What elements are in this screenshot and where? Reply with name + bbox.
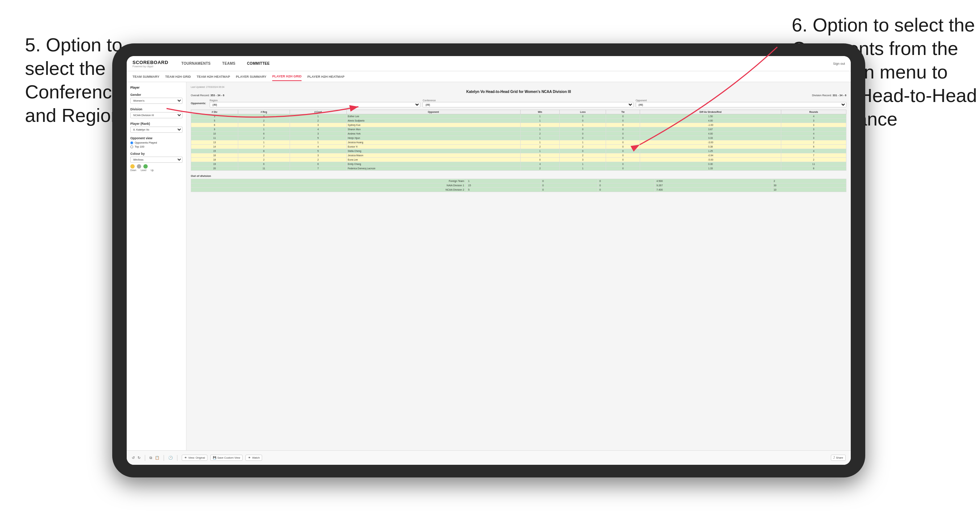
region-select[interactable]: (All) [210, 102, 420, 108]
clock-icon[interactable]: 🕐 [168, 456, 173, 460]
division-record-label: Division Record: [812, 94, 832, 97]
conference-filter-label: Conference [423, 99, 633, 102]
table-row: 1822Euna Lee030-5.002 [191, 158, 846, 162]
division-select[interactable]: NCAA Division III [130, 112, 183, 118]
gender-label: Gender [130, 93, 183, 97]
watch-icon: 👁 [248, 456, 251, 459]
opponent-view-section: Opponent view Opponents Played Top 100 [130, 137, 183, 148]
radio-top-100[interactable]: Top 100 [130, 145, 183, 148]
table-row: 1474Eunice Yi2200.389 [191, 145, 846, 149]
filter-region: Region (All) [210, 99, 420, 108]
out-division-label: Out of division [191, 175, 846, 178]
up-label: Up [151, 169, 153, 171]
out-division-table: Foreign Team1004.5002NAIA Division 11500… [191, 179, 846, 192]
nav-committee[interactable]: COMMITTEE [245, 60, 272, 67]
copy-icon[interactable]: ⧉ [150, 456, 152, 460]
out-div-row: Foreign Team1004.5002 [191, 179, 846, 183]
table-row: 1125Heejo Hyun1003.333 [191, 136, 846, 140]
table-row: 1623Jessica Mason120-0.947 [191, 153, 846, 158]
dot-up [143, 164, 148, 168]
undo-icon[interactable]: ↺ [132, 456, 135, 460]
player-rank-label: Player (Rank) [130, 122, 183, 125]
division-label: Division [130, 108, 183, 111]
th-div: # Div [191, 110, 238, 114]
toolbar-divider-1 [145, 455, 145, 461]
main-content: Player Gender Women's Division NCAA Divi… [127, 82, 851, 450]
toolbar-right: ⤴ Share [831, 455, 846, 461]
gender-select[interactable]: Women's [130, 98, 183, 104]
division-section: Division NCAA Division III [130, 108, 183, 118]
grid-area: Last Updated: 27/03/2024 06:04 Katelyn V… [186, 82, 851, 450]
subnav-team-summary[interactable]: TEAM SUMMARY [132, 73, 159, 81]
player-section: Player [130, 86, 183, 89]
colour-section: Colour by Win/loss Down Level Up [130, 152, 183, 171]
out-div-row: NCAA Division 25007.40010 [191, 188, 846, 192]
top-100-label: Top 100 [135, 145, 145, 148]
colour-by-select[interactable]: Win/loss [130, 157, 183, 163]
subnav-player-h2h-heatmap[interactable]: PLAYER H2H HEATMAP [307, 73, 345, 81]
view-original-label: View: Original [188, 456, 205, 459]
paste-icon[interactable]: 📋 [155, 456, 159, 460]
th-reg: # Reg [238, 110, 290, 114]
down-label: Down [130, 169, 137, 171]
save-custom-label: Save Custom View [217, 456, 240, 459]
subnav-player-h2h-grid[interactable]: PLAYER H2H GRID [272, 72, 302, 81]
sub-nav: TEAM SUMMARY TEAM H2H GRID TEAM H2H HEAT… [127, 71, 851, 82]
player-rank-select[interactable]: 8. Katelyn Vo [130, 127, 183, 133]
subnav-player-summary[interactable]: PLAYER SUMMARY [236, 73, 266, 81]
player-label: Player [130, 86, 183, 89]
player-rank-section: Player (Rank) 8. Katelyn Vo [130, 122, 183, 133]
nav-teams[interactable]: TEAMS [220, 60, 238, 67]
subnav-team-h2h-grid[interactable]: TEAM H2H GRID [165, 73, 191, 81]
th-conf: # Conf [290, 110, 347, 114]
table-row: 522Alexis Sudjianto1004.003 [191, 119, 846, 123]
table-header-row: # Div # Reg # Conf Opponent Win Loss Tie… [191, 110, 846, 114]
th-loss: Loss [560, 110, 606, 114]
share-icon: ⤴ [834, 456, 835, 459]
sign-out-link[interactable]: Sign out [833, 62, 845, 65]
filter-conference: Conference (All) [423, 99, 633, 108]
logo-area: SCOREBOARD Powered by clippd [132, 60, 168, 68]
save-custom-btn[interactable]: 💾 Save Custom View [210, 455, 243, 461]
view-original-btn[interactable]: 👁 View: Original [182, 455, 207, 461]
grid-records: Overall Record: 353 - 34 - 6 Division Re… [191, 94, 846, 97]
opponent-select[interactable]: (All) [636, 102, 846, 108]
table-row: 1311Jessica Huang110-3.002 [191, 140, 846, 145]
radio-opponents-played[interactable]: Opponents Played [130, 141, 183, 144]
conference-select[interactable]: (All) [423, 102, 633, 108]
table-row: 20117Federica Domecq Lacroze2101.336 [191, 167, 846, 171]
share-label: Share [836, 456, 843, 459]
table-body: 331Esther Lee1001.504522Alexis Sudjianto… [191, 114, 846, 171]
filter-row: Opponents: Region (All) Conference (All) [191, 99, 846, 108]
division-record-value: 331 - 34 - 6 [833, 94, 846, 97]
logo-text: SCOREBOARD [132, 60, 168, 65]
th-opponent: Opponent [347, 110, 520, 114]
toolbar-divider-3 [177, 455, 177, 461]
region-filter-label: Region [210, 99, 420, 102]
th-tie: Tie [606, 110, 640, 114]
table-row: 633Sydney Kuo110-1.003 [191, 123, 846, 127]
view-icon: 👁 [184, 456, 187, 459]
sidebar: Player Gender Women's Division NCAA Divi… [127, 82, 186, 450]
logo-sub: Powered by clippd [132, 65, 168, 68]
table-row: 914Sharon Mun1003.673 [191, 127, 846, 132]
watch-btn[interactable]: 👁 Watch [245, 455, 262, 461]
gender-section: Gender Women's [130, 93, 183, 104]
nav-tournaments[interactable]: TOURNAMENTS [179, 60, 213, 67]
share-btn[interactable]: ⤴ Share [831, 455, 846, 461]
colour-by-label: Colour by [130, 152, 183, 156]
data-table: # Div # Reg # Conf Opponent Win Loss Tie… [191, 110, 846, 171]
redo-icon[interactable]: ↻ [138, 456, 140, 460]
save-icon: 💾 [213, 456, 216, 459]
grid-timestamp: Last Updated: 27/03/2024 06:04 [191, 86, 846, 88]
app-header: SCOREBOARD Powered by clippd TOURNAMENTS… [127, 56, 851, 71]
subnav-team-h2h-heatmap[interactable]: TEAM H2H HEATMAP [197, 73, 230, 81]
overall-record-label: Overall Record: [191, 94, 210, 97]
grid-title: Katelyn Vo Head-to-Head Grid for Women's… [191, 90, 846, 94]
bottom-toolbar: ↺ ↻ ⧉ 📋 🕐 👁 View: Original 💾 Save Custom… [127, 450, 851, 465]
opponent-filter-label: Opponent [636, 99, 846, 102]
out-div-row: NAIA Division 115009.26730 [191, 183, 846, 188]
table-row: 1585Stella Cheng1001.254 [191, 149, 846, 153]
overall-record: Overall Record: 353 - 34 - 6 [191, 94, 224, 97]
header-right: Sign out [833, 62, 845, 65]
